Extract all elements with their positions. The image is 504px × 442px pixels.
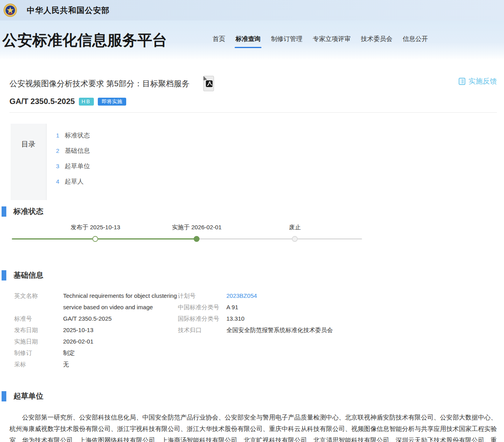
toc-item-drafting-units[interactable]: 3 起草单位 [56,162,90,178]
nav-item-standard-query[interactable]: 标准查询 [235,35,261,48]
hb-badge: HB [79,98,94,106]
plan-number-link[interactable]: 2023BZ054 [226,290,257,301]
toc: 目录 1 标准状态 2 基础信息 3 起草单位 4 起草人 [11,124,497,200]
info-row-implement-date: 实施日期 2026-02-01 [14,336,178,347]
nav-item-info-disclosure[interactable]: 信息公开 [403,35,428,48]
info-label: 标准号 [14,313,63,324]
nav-item-tech-committee[interactable]: 技术委员会 [361,35,392,48]
info-value-china-class: A 91 [226,301,238,313]
info-value-adoption: 无 [63,358,178,370]
standard-number-row: GA/T 2350.5-2025 HB 即将实施 [0,97,504,106]
toc-item-number: 3 [56,163,62,169]
status-timeline: 发布于 2025-10-13 实施于 2026-02-01 废止 [0,224,504,248]
info-value-tech-committee: 全国安全防范报警系统标准化技术委员会 [226,324,333,336]
info-label: 英文名称 [14,290,63,313]
info-row-china-class: 中国标准分类号 A 91 [178,301,504,313]
toc-item-basic-info[interactable]: 2 基础信息 [56,147,90,162]
section-drafting-units: 起草单位 [0,391,504,401]
info-row-standard-no: 标准号 GA/T 2350.5-2025 [14,313,178,324]
toc-item-label: 起草人 [65,178,84,186]
info-row-tech-committee: 技术归口 全国安全防范报警系统标准化技术委员会 [178,324,504,336]
section-title-standard-status: 标准状态 [13,206,43,217]
info-label: 技术归口 [178,324,226,336]
info-row-plan-no: 计划号 2023BZ054 [178,290,504,301]
info-value-ics-class: 13.310 [226,313,245,324]
toc-item-label: 基础信息 [65,147,90,155]
info-label: 计划号 [178,290,226,301]
timeline-label-abolished: 废止 [289,224,301,231]
feedback-label: 实施反馈 [469,76,497,86]
info-row-ics-class: 国际标准分类号 13.310 [178,313,504,324]
platform-header: 公安标准化信息服务平台 首页 标准查询 制修订管理 专家立项评审 技术委员会 信… [0,20,504,60]
nav-item-revision-mgmt[interactable]: 制修订管理 [271,35,302,48]
info-label: 中国标准分类号 [178,301,226,313]
nav-item-expert-review[interactable]: 专家立项评审 [313,35,351,48]
drafting-units-before: 公安部第一研究所、公安部科技信息化局、中国安全防范产品行业协会、公安部安全与警用… [9,414,497,442]
info-label: 发布日期 [14,324,63,336]
standard-number: GA/T 2350.5-2025 [9,97,75,106]
section-standard-status: 标准状态 [0,206,504,217]
info-value-implement-date: 2026-02-01 [63,336,178,347]
info-value-english-name: Technical requirements for object cluste… [63,290,178,313]
divider [9,112,497,113]
timeline-progress-line [12,238,197,240]
platform-title: 公安标准化信息服务平台 [2,30,167,50]
info-row-publish-date: 发布日期 2025-10-13 [14,324,178,336]
timeline-node-implemented [194,236,200,242]
feedback-form-icon [458,78,466,85]
info-value-publish-date: 2025-10-13 [63,324,178,336]
info-row-english-name: 英文名称 Technical requirements for object c… [14,290,178,313]
standard-title: 公安视频图像分析技术要求 第5部分：目标聚档服务 [9,78,190,89]
section-title-drafting-units: 起草单位 [13,391,43,401]
info-value-standard-no: GA/T 2350.5-2025 [63,313,178,324]
toc-list: 1 标准状态 2 基础信息 3 起草单位 4 起草人 [47,124,90,200]
toc-item-number: 1 [56,132,62,139]
main-nav: 首页 标准查询 制修订管理 专家立项评审 技术委员会 信息公开 [213,35,504,48]
police-emblem-logo [3,3,17,17]
pdf-file-icon[interactable] [202,76,216,91]
nav-item-home[interactable]: 首页 [213,35,225,48]
drafting-units-paragraph: 公安部第一研究所、公安部科技信息化局、中国安全防范产品行业协会、公安部安全与警用… [9,412,497,442]
toc-item-number: 2 [56,147,62,154]
toc-item-label: 起草单位 [65,162,90,171]
info-label: 采标 [14,358,63,370]
toc-item-number: 4 [56,178,62,185]
info-label: 国际标准分类号 [178,313,226,324]
timeline-node-published [92,236,98,242]
toc-item-standard-status[interactable]: 1 标准状态 [56,132,90,147]
toc-item-label: 标准状态 [65,132,90,140]
implementation-feedback-link[interactable]: 实施反馈 [458,76,497,86]
toc-title: 目录 [11,124,47,200]
timeline-label-published: 发布于 2025-10-13 [71,224,120,231]
info-label: 制修订 [14,347,63,358]
info-row-adoption: 采标 无 [14,358,178,370]
section-basic-info: 基础信息 [0,270,504,280]
gov-site-name: 中华人民共和国公安部 [27,5,110,16]
section-bar [2,206,6,217]
timeline-label-implemented: 实施于 2026-02-01 [172,224,222,231]
gov-topbar: 中华人民共和国公安部 [0,0,504,20]
info-label: 实施日期 [14,336,63,347]
doc-title-row: 公安视频图像分析技术要求 第5部分：目标聚档服务 实施反馈 [0,76,504,91]
info-value-revision-type: 制定 [63,347,178,358]
section-bar [2,270,6,280]
timeline-node-abolished [292,236,298,242]
section-bar [2,391,6,401]
toc-item-drafters[interactable]: 4 起草人 [56,178,90,193]
section-title-basic-info: 基础信息 [13,270,43,280]
basic-info-grid: 英文名称 Technical requirements for object c… [0,290,504,370]
info-row-revision-type: 制修订 制定 [14,347,178,358]
status-badge: 即将实施 [98,98,126,106]
